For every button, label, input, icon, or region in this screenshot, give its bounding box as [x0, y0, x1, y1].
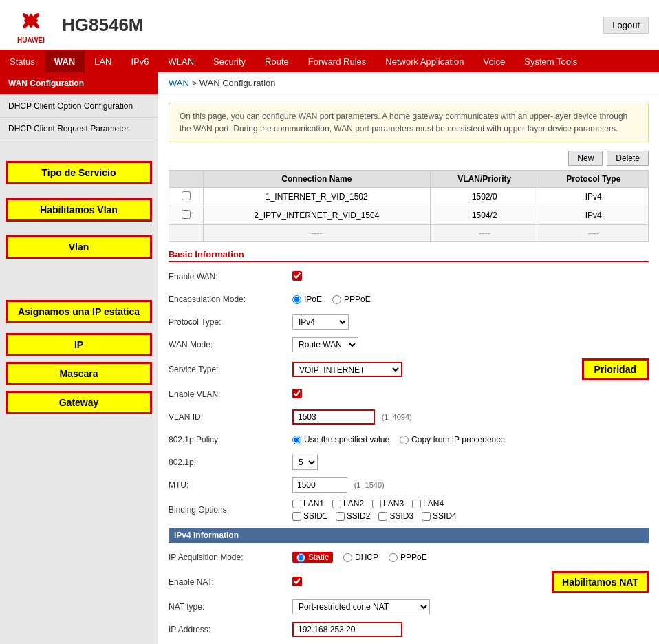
breadcrumb: WAN > WAN Configuration	[158, 72, 659, 94]
binding-lan4[interactable]: LAN4	[412, 499, 444, 508]
wan-mode-control: Route WAN Bridge WAN	[292, 337, 649, 352]
annotation-ip: IP	[6, 333, 152, 356]
sidebar-item-wan-config[interactable]: WAN Configuration	[0, 72, 158, 95]
binding-ssid4[interactable]: SSID4	[422, 511, 457, 521]
nav-item-route[interactable]: Route	[255, 51, 299, 72]
delete-button[interactable]: Delete	[607, 151, 649, 166]
mtu-input[interactable]	[292, 477, 347, 493]
binding-lan1[interactable]: LAN1	[292, 499, 324, 508]
connection-table-area: New Delete Connection Name VLAN/Priority…	[169, 151, 649, 242]
nat-type-label: NAT type:	[169, 602, 292, 612]
main-nav: Status WAN LAN IPv6 WLAN Security Route …	[0, 51, 659, 72]
enable-wan-control	[292, 271, 649, 283]
mtu-label: MTU:	[169, 480, 292, 490]
service-type-select[interactable]: VOIP_INTERNET INTERNET VOIP TR069	[292, 362, 402, 377]
enable-vlan-checkbox[interactable]	[292, 389, 302, 398]
ip-acq-control: Static DHCP PPPoE	[292, 552, 649, 563]
protocol-type-select[interactable]: IPv4 IPv6 IPv4/IPv6	[292, 314, 349, 330]
wan-mode-row: WAN Mode: Route WAN Bridge WAN	[169, 336, 649, 354]
encap-mode-row: Encapsulation Mode: IPoE PPPoE	[169, 290, 649, 308]
vlan-id-control: (1–4094)	[292, 409, 649, 425]
encap-pppoe-option[interactable]: PPPoE	[332, 294, 371, 304]
nav-item-system-tools[interactable]: System Tools	[515, 51, 587, 72]
service-type-label: Service Type:	[169, 365, 292, 374]
enable-nat-control	[292, 577, 414, 588]
ip-acq-static[interactable]: Static	[292, 552, 333, 563]
row2-vlan: 1504/2	[430, 206, 539, 225]
binding-options-row: Binding Options: LAN1 LAN2 LAN3 LAN4 SSI…	[169, 499, 649, 521]
nav-item-network-app[interactable]: Network Application	[376, 51, 473, 72]
table-row: 1_INTERNET_R_VID_1502 1502/0 IPv4	[169, 188, 649, 206]
binding-ssid1[interactable]: SSID1	[292, 511, 327, 521]
basic-info-title: Basic Information	[169, 249, 649, 262]
annotation-mascara: Mascara	[6, 362, 152, 385]
nat-type-select[interactable]: Port-restricted cone NAT Full cone NAT R…	[292, 599, 430, 614]
row2-name: 2_IPTV_INTERNET_R_VID_1504	[203, 206, 430, 225]
nat-type-row: NAT type: Port-restricted cone NAT Full …	[169, 598, 649, 616]
row3-name: ----	[203, 225, 430, 242]
nav-item-wlan[interactable]: WLAN	[159, 51, 204, 72]
nav-item-security[interactable]: Security	[204, 51, 255, 72]
ip-acq-pppoe[interactable]: PPPoE	[389, 552, 427, 562]
mtu-hint: (1–1540)	[354, 481, 385, 489]
row2-protocol: IPv4	[539, 206, 648, 225]
nav-item-lan[interactable]: LAN	[85, 51, 121, 72]
service-type-row: Service Type: VOIP_INTERNET INTERNET VOI…	[169, 358, 649, 380]
sidebar-item-dhcp-request[interactable]: DHCP Client Request Parameter	[0, 118, 158, 140]
mtu-row: MTU: (1–1540)	[169, 476, 649, 494]
nav-item-voice[interactable]: Voice	[473, 51, 515, 72]
row1-protocol: IPv4	[539, 188, 648, 206]
policy-ip-prec-option[interactable]: Copy from IP precedence	[400, 435, 505, 444]
nav-item-wan[interactable]: WAN	[45, 51, 85, 72]
binding-ssid2[interactable]: SSID2	[336, 511, 371, 521]
annotation-habilitamos-nat: Habilitamos NAT	[552, 571, 649, 593]
brand-label: HUAWEI	[17, 36, 45, 44]
nav-item-status[interactable]: Status	[0, 51, 45, 72]
ip-acq-dhcp[interactable]: DHCP	[343, 552, 378, 562]
binding-options-label: Binding Options:	[169, 505, 292, 515]
enable-nat-checkbox[interactable]	[292, 577, 302, 586]
breadcrumb-parent[interactable]: WAN	[169, 78, 189, 88]
breadcrumb-current: WAN Configuration	[199, 78, 276, 88]
enable-nat-label: Enable NAT:	[169, 577, 292, 587]
main-content: WAN > WAN Configuration On this page, yo…	[158, 72, 659, 644]
col-checkbox	[169, 171, 204, 188]
ipv4-info-title: IPv4 Information	[169, 528, 649, 543]
enable-vlan-label: Enable VLAN:	[169, 389, 292, 399]
huawei-logo-icon	[10, 6, 52, 36]
ip-address-input[interactable]	[292, 622, 402, 637]
value-8021p-label: 802.1p:	[169, 458, 292, 467]
header-left: HUAWEI HG8546M	[10, 6, 144, 44]
enable-wan-row: Enable WAN:	[169, 268, 649, 286]
ip-address-label: IP Address:	[169, 625, 292, 634]
service-type-control: VOIP_INTERNET INTERNET VOIP TR069	[292, 362, 499, 377]
binding-lan3[interactable]: LAN3	[372, 499, 404, 508]
table-row: 2_IPTV_INTERNET_R_VID_1504 1504/2 IPv4	[169, 206, 649, 225]
sidebar-item-dhcp-option[interactable]: DHCP Client Option Configuration	[0, 95, 158, 118]
enable-wan-checkbox[interactable]	[292, 271, 302, 281]
new-button[interactable]: New	[568, 151, 603, 166]
nav-item-forward-rules[interactable]: Forward Rules	[299, 51, 376, 72]
row3-vlan: ----	[430, 225, 539, 242]
vlan-id-input[interactable]	[292, 409, 375, 425]
annotation-vlan: Vlan	[6, 235, 152, 259]
connection-table: Connection Name VLAN/Priority Protocol T…	[169, 170, 649, 242]
binding-ssid3[interactable]: SSID3	[378, 511, 413, 521]
policy-8021p-control: Use the specified value Copy from IP pre…	[292, 435, 649, 444]
row1-checkbox[interactable]	[182, 191, 191, 200]
binding-lan2[interactable]: LAN2	[332, 499, 364, 508]
policy-specified-option[interactable]: Use the specified value	[292, 435, 389, 444]
value-8021p-select[interactable]: 5 012 3467	[292, 455, 318, 470]
wan-mode-label: WAN Mode:	[169, 340, 292, 350]
basic-info-section: Basic Information Enable WAN: Encapsulat…	[169, 249, 649, 521]
annotation-prioridad: Prioridad	[582, 358, 649, 380]
vlan-id-row: VLAN ID: (1–4094)	[169, 408, 649, 426]
row2-checkbox[interactable]	[182, 210, 191, 219]
policy-8021p-row: 802.1p Policy: Use the specified value C…	[169, 431, 649, 449]
nat-type-control: Port-restricted cone NAT Full cone NAT R…	[292, 599, 649, 614]
encap-ipoe-option[interactable]: IPoE	[292, 294, 322, 304]
col-connection-name: Connection Name	[203, 171, 430, 188]
nav-item-ipv6[interactable]: IPv6	[122, 51, 159, 72]
wan-mode-select[interactable]: Route WAN Bridge WAN	[292, 337, 358, 352]
logout-button[interactable]: Logout	[603, 17, 649, 34]
